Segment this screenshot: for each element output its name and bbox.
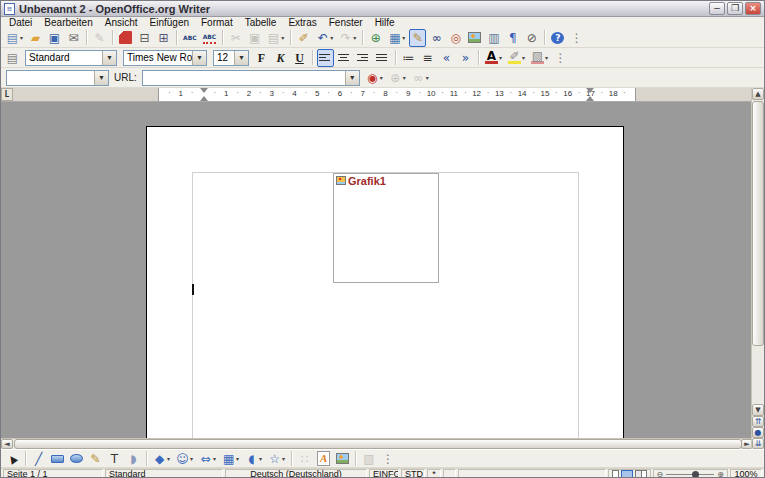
- fontwork-gallery-button[interactable]: A: [315, 450, 332, 468]
- zoom-in-icon[interactable]: ⊕: [717, 470, 724, 478]
- autospellcheck-button[interactable]: ABC: [201, 29, 219, 47]
- horizontal-scroll-track[interactable]: [13, 439, 741, 449]
- copy-button[interactable]: ▣: [246, 29, 263, 47]
- line-button[interactable]: ╱: [30, 450, 47, 468]
- select-button[interactable]: ▲: [4, 450, 21, 468]
- dropdown-arrow-icon[interactable]: ▾: [403, 74, 406, 81]
- restore-button[interactable]: ❒: [727, 2, 743, 15]
- dropdown-arrow-icon[interactable]: ▾: [330, 34, 333, 41]
- highlighting-button[interactable]: ✐▾: [506, 49, 527, 67]
- table-button[interactable]: ▦▾: [386, 29, 407, 47]
- multi-page-view-button[interactable]: [621, 470, 633, 478]
- align-right-button[interactable]: [355, 49, 372, 67]
- export-pdf-button[interactable]: [117, 29, 134, 47]
- redo-button[interactable]: ↷▾: [337, 29, 358, 47]
- data-sources-button[interactable]: ▥: [485, 29, 502, 47]
- dropdown-arrow-icon[interactable]: ▾: [380, 74, 383, 81]
- vertical-scroll-track[interactable]: [752, 100, 764, 404]
- menu-extras[interactable]: Extras: [282, 17, 322, 28]
- status-selection-mode[interactable]: STD: [401, 469, 425, 478]
- dropdown-arrow-icon[interactable]: ▾: [236, 455, 239, 462]
- chevron-down-icon[interactable]: ▼: [192, 51, 206, 65]
- font-color-button[interactable]: A▾: [483, 49, 504, 67]
- extrusion-button[interactable]: ▧: [360, 450, 377, 468]
- gallery-button[interactable]: [466, 29, 483, 47]
- chevron-down-icon[interactable]: ▼: [345, 71, 359, 85]
- vertical-scroll-thumb[interactable]: [752, 101, 764, 346]
- menu-hilfe[interactable]: Hilfe: [369, 17, 401, 28]
- url-name-combo[interactable]: ▼: [6, 70, 109, 86]
- flowchart-button[interactable]: ▦▾: [220, 450, 241, 468]
- dropdown-arrow-icon[interactable]: ▾: [545, 54, 548, 61]
- block-arrows-button[interactable]: ⇔▾: [197, 450, 218, 468]
- dropdown-arrow-icon[interactable]: ▾: [353, 34, 356, 41]
- scroll-down-icon[interactable]: ▼: [752, 404, 764, 416]
- font-size-combo[interactable]: 12 ▼: [213, 50, 249, 66]
- text-button[interactable]: T: [106, 450, 123, 468]
- symbol-shapes-button[interactable]: ☺▾: [174, 450, 195, 468]
- paste-button[interactable]: ▤▾: [265, 29, 286, 47]
- dropdown-arrow-icon[interactable]: ▾: [282, 455, 285, 462]
- from-file-button[interactable]: [334, 450, 351, 468]
- callouts-button[interactable]: ◖▾: [243, 450, 264, 468]
- menu-datei[interactable]: Datei: [3, 17, 38, 28]
- status-insert-mode[interactable]: EINFG: [369, 469, 399, 478]
- zoom-button[interactable]: ⊘: [523, 29, 540, 47]
- format-paintbrush-button[interactable]: ✐: [295, 29, 312, 47]
- paragraph-style-combo[interactable]: Standard ▼: [25, 50, 117, 66]
- target-frame-button[interactable]: ◉▾: [364, 69, 385, 87]
- status-page-style[interactable]: Standard: [105, 469, 223, 478]
- dropdown-arrow-icon[interactable]: ▾: [190, 455, 193, 462]
- graphic-placeholder-frame[interactable]: Grafik1: [333, 173, 439, 283]
- zoom-slider-thumb[interactable]: [692, 471, 699, 478]
- toolbar-options-button[interactable]: ⋮: [379, 450, 396, 468]
- stars-button[interactable]: ☆▾: [266, 450, 287, 468]
- status-page[interactable]: Seite 1 / 1: [3, 469, 103, 478]
- dropdown-arrow-icon[interactable]: ▾: [402, 34, 405, 41]
- cut-button[interactable]: ✂: [227, 29, 244, 47]
- draw-functions-button[interactable]: ✎: [409, 29, 426, 47]
- chevron-down-icon[interactable]: ▼: [234, 51, 248, 65]
- toolbar-options-button[interactable]: ⋮: [552, 49, 569, 67]
- close-button[interactable]: ×: [745, 2, 761, 15]
- align-center-button[interactable]: [336, 49, 353, 67]
- points-button[interactable]: ∷: [296, 450, 313, 468]
- font-name-combo[interactable]: Times New Roman ▼: [123, 50, 207, 66]
- status-language[interactable]: Deutsch (Deutschland): [225, 469, 367, 478]
- horizontal-ruler[interactable]: 1234567891011121314151617181············…: [13, 88, 764, 101]
- print-button[interactable]: ⊟: [136, 29, 153, 47]
- bold-button[interactable]: F: [253, 49, 270, 67]
- dropdown-arrow-icon[interactable]: ▾: [259, 455, 262, 462]
- underline-button[interactable]: U: [291, 49, 308, 67]
- nonprinting-characters-button[interactable]: ¶: [504, 29, 521, 47]
- navigator-button[interactable]: ◎: [447, 29, 464, 47]
- menu-bearbeiten[interactable]: Bearbeiten: [38, 17, 98, 28]
- italic-button[interactable]: K: [272, 49, 289, 67]
- dropdown-arrow-icon[interactable]: ▾: [499, 54, 502, 61]
- hyperlink-button[interactable]: ⊕: [367, 29, 384, 47]
- previous-page-button[interactable]: ⇈: [752, 416, 764, 427]
- open-button[interactable]: ▰: [27, 29, 44, 47]
- ellipse-button[interactable]: [68, 450, 85, 468]
- decrease-indent-button[interactable]: «: [438, 49, 455, 67]
- email-button[interactable]: ✉: [65, 29, 82, 47]
- new-document-button[interactable]: ▤▾: [4, 29, 25, 47]
- scroll-left-icon[interactable]: ◄: [1, 439, 13, 449]
- toolbar-options-button[interactable]: ⋮: [568, 29, 585, 47]
- dropdown-arrow-icon[interactable]: ▾: [281, 34, 284, 41]
- spellcheck-button[interactable]: ABC: [181, 29, 199, 47]
- chevron-down-icon[interactable]: ▼: [94, 71, 108, 85]
- dropdown-arrow-icon[interactable]: ▾: [522, 54, 525, 61]
- text-animation-button[interactable]: ◗: [125, 450, 142, 468]
- url-combo[interactable]: ▼: [142, 70, 360, 86]
- freeform-line-button[interactable]: ✎: [87, 450, 104, 468]
- rectangle-button[interactable]: [49, 450, 66, 468]
- document-page[interactable]: Grafik1: [146, 126, 624, 438]
- menu-einfuegen[interactable]: Einfügen: [144, 17, 195, 28]
- background-color-button[interactable]: ▧▾: [529, 49, 550, 67]
- menu-tabelle[interactable]: Tabelle: [239, 17, 283, 28]
- zoom-percent[interactable]: 100%: [730, 469, 762, 478]
- left-indent-marker[interactable]: [200, 88, 208, 93]
- align-left-button[interactable]: [317, 49, 334, 67]
- numbered-list-button[interactable]: ≔: [400, 49, 417, 67]
